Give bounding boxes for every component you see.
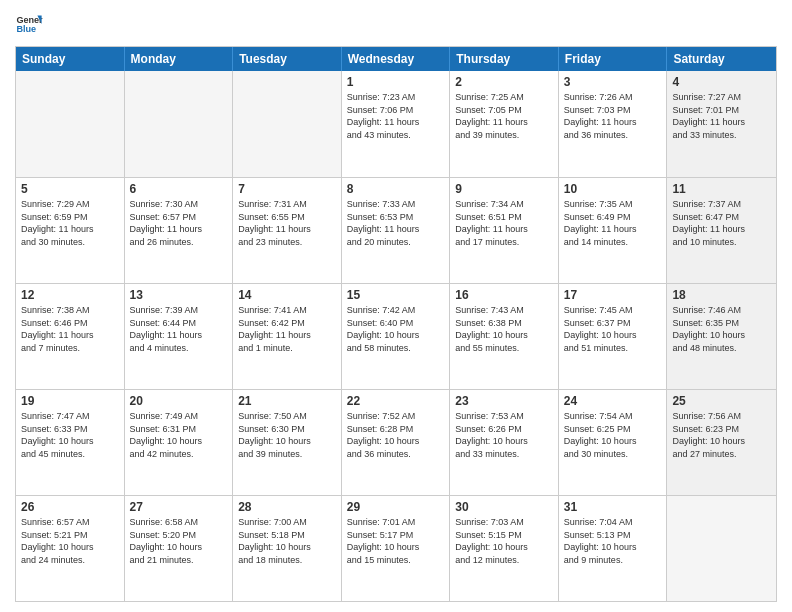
cell-info-line: Sunset: 6:40 PM	[347, 318, 445, 330]
calendar-cell: 16Sunrise: 7:43 AMSunset: 6:38 PMDayligh…	[450, 284, 559, 389]
calendar-cell: 13Sunrise: 7:39 AMSunset: 6:44 PMDayligh…	[125, 284, 234, 389]
cell-info-line: and 21 minutes.	[130, 555, 228, 567]
cell-info-line: Sunset: 6:53 PM	[347, 212, 445, 224]
cell-info-line: and 15 minutes.	[347, 555, 445, 567]
cell-info-line: Daylight: 10 hours	[347, 436, 445, 448]
cell-info-line: Daylight: 11 hours	[21, 330, 119, 342]
calendar-cell: 3Sunrise: 7:26 AMSunset: 7:03 PMDaylight…	[559, 71, 668, 177]
day-number: 26	[21, 500, 119, 514]
calendar-cell: 17Sunrise: 7:45 AMSunset: 6:37 PMDayligh…	[559, 284, 668, 389]
cell-info-line: and 39 minutes.	[238, 449, 336, 461]
cell-info-line: Sunrise: 7:04 AM	[564, 517, 662, 529]
day-number: 28	[238, 500, 336, 514]
cell-info-line: Sunset: 5:15 PM	[455, 530, 553, 542]
cell-info-line: and 1 minute.	[238, 343, 336, 355]
cell-info-line: Sunrise: 7:42 AM	[347, 305, 445, 317]
cell-info-line: Sunset: 5:13 PM	[564, 530, 662, 542]
calendar-cell: 11Sunrise: 7:37 AMSunset: 6:47 PMDayligh…	[667, 178, 776, 283]
page: General Blue SundayMondayTuesdayWednesda…	[0, 0, 792, 612]
cell-info-line: and 20 minutes.	[347, 237, 445, 249]
cell-info-line: and 9 minutes.	[564, 555, 662, 567]
cell-info-line: Sunrise: 7:56 AM	[672, 411, 771, 423]
cell-info-line: Sunset: 6:44 PM	[130, 318, 228, 330]
cell-info-line: Sunset: 7:06 PM	[347, 105, 445, 117]
header: General Blue	[15, 10, 777, 38]
day-number: 24	[564, 394, 662, 408]
calendar-cell: 10Sunrise: 7:35 AMSunset: 6:49 PMDayligh…	[559, 178, 668, 283]
cell-info-line: Daylight: 11 hours	[238, 330, 336, 342]
cell-info-line: Sunrise: 7:45 AM	[564, 305, 662, 317]
cell-info-line: Sunrise: 7:49 AM	[130, 411, 228, 423]
calendar-cell: 5Sunrise: 7:29 AMSunset: 6:59 PMDaylight…	[16, 178, 125, 283]
cell-info-line: Sunrise: 7:31 AM	[238, 199, 336, 211]
cell-info-line: Sunrise: 7:01 AM	[347, 517, 445, 529]
day-number: 3	[564, 75, 662, 89]
cell-info-line: and 30 minutes.	[21, 237, 119, 249]
cell-info-line: Sunset: 6:59 PM	[21, 212, 119, 224]
day-number: 6	[130, 182, 228, 196]
cell-info-line: Daylight: 10 hours	[455, 330, 553, 342]
cell-info-line: Sunset: 6:55 PM	[238, 212, 336, 224]
day-number: 18	[672, 288, 771, 302]
cell-info-line: Daylight: 11 hours	[21, 224, 119, 236]
cell-info-line: Sunrise: 7:29 AM	[21, 199, 119, 211]
cell-info-line: Daylight: 10 hours	[455, 542, 553, 554]
day-number: 23	[455, 394, 553, 408]
cell-info-line: Sunset: 6:33 PM	[21, 424, 119, 436]
cell-info-line: Daylight: 10 hours	[347, 330, 445, 342]
calendar-cell: 21Sunrise: 7:50 AMSunset: 6:30 PMDayligh…	[233, 390, 342, 495]
cell-info-line: Sunset: 6:38 PM	[455, 318, 553, 330]
cell-info-line: Daylight: 10 hours	[238, 542, 336, 554]
day-number: 21	[238, 394, 336, 408]
day-number: 15	[347, 288, 445, 302]
cell-info-line: Sunrise: 7:39 AM	[130, 305, 228, 317]
cell-info-line: Sunset: 6:47 PM	[672, 212, 771, 224]
calendar: SundayMondayTuesdayWednesdayThursdayFrid…	[15, 46, 777, 602]
cell-info-line: Sunset: 6:30 PM	[238, 424, 336, 436]
svg-text:Blue: Blue	[16, 24, 36, 34]
cell-info-line: and 10 minutes.	[672, 237, 771, 249]
cell-info-line: Daylight: 11 hours	[564, 224, 662, 236]
cell-info-line: and 26 minutes.	[130, 237, 228, 249]
cell-info-line: Daylight: 11 hours	[672, 117, 771, 129]
calendar-cell: 22Sunrise: 7:52 AMSunset: 6:28 PMDayligh…	[342, 390, 451, 495]
cell-info-line: and 17 minutes.	[455, 237, 553, 249]
cell-info-line: Daylight: 10 hours	[21, 542, 119, 554]
calendar-cell: 28Sunrise: 7:00 AMSunset: 5:18 PMDayligh…	[233, 496, 342, 601]
cell-info-line: Sunset: 7:01 PM	[672, 105, 771, 117]
header-cell-wednesday: Wednesday	[342, 47, 451, 71]
day-number: 20	[130, 394, 228, 408]
day-number: 22	[347, 394, 445, 408]
day-number: 2	[455, 75, 553, 89]
cell-info-line: Sunrise: 7:27 AM	[672, 92, 771, 104]
cell-info-line: Sunset: 6:57 PM	[130, 212, 228, 224]
cell-info-line: Sunrise: 7:33 AM	[347, 199, 445, 211]
cell-info-line: Daylight: 10 hours	[672, 436, 771, 448]
day-number: 1	[347, 75, 445, 89]
calendar-row: 1Sunrise: 7:23 AMSunset: 7:06 PMDaylight…	[16, 71, 776, 177]
cell-info-line: Sunrise: 7:30 AM	[130, 199, 228, 211]
cell-info-line: and 33 minutes.	[672, 130, 771, 142]
day-number: 5	[21, 182, 119, 196]
cell-info-line: Sunset: 6:46 PM	[21, 318, 119, 330]
cell-info-line: Daylight: 11 hours	[347, 224, 445, 236]
cell-info-line: Daylight: 11 hours	[672, 224, 771, 236]
cell-info-line: Sunrise: 7:50 AM	[238, 411, 336, 423]
day-number: 30	[455, 500, 553, 514]
day-number: 17	[564, 288, 662, 302]
day-number: 9	[455, 182, 553, 196]
cell-info-line: and 12 minutes.	[455, 555, 553, 567]
calendar-body: 1Sunrise: 7:23 AMSunset: 7:06 PMDaylight…	[16, 71, 776, 601]
cell-info-line: Daylight: 11 hours	[564, 117, 662, 129]
calendar-row: 5Sunrise: 7:29 AMSunset: 6:59 PMDaylight…	[16, 177, 776, 283]
calendar-cell: 8Sunrise: 7:33 AMSunset: 6:53 PMDaylight…	[342, 178, 451, 283]
day-number: 7	[238, 182, 336, 196]
cell-info-line: Sunrise: 7:26 AM	[564, 92, 662, 104]
cell-info-line: Sunrise: 7:53 AM	[455, 411, 553, 423]
day-number: 16	[455, 288, 553, 302]
cell-info-line: Daylight: 10 hours	[21, 436, 119, 448]
calendar-cell: 29Sunrise: 7:01 AMSunset: 5:17 PMDayligh…	[342, 496, 451, 601]
logo: General Blue	[15, 10, 45, 38]
day-number: 31	[564, 500, 662, 514]
cell-info-line: Daylight: 11 hours	[455, 224, 553, 236]
